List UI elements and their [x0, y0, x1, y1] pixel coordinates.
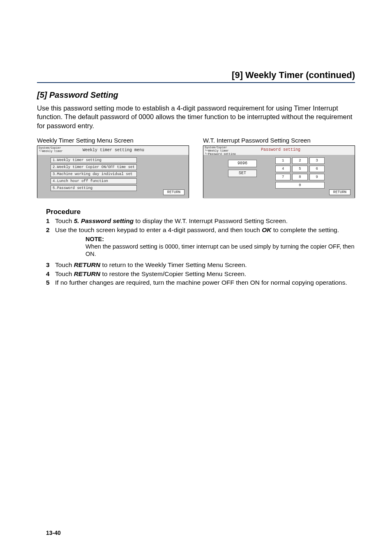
step-3-num: 3 [46, 261, 55, 269]
key-5[interactable]: 5 [292, 166, 307, 172]
step-3-bold: RETURN [74, 261, 101, 268]
right-screen-topbar: System/Copier └─Weekly timer └─Password … [203, 146, 355, 155]
step-4-bold: RETURN [74, 270, 101, 277]
right-screen-block: W.T. Interrupt Password Setting Screen S… [203, 137, 355, 198]
key-8[interactable]: 8 [292, 174, 307, 180]
step-1: 1 Touch 5. Password setting to display t… [46, 217, 355, 225]
menu-item-5[interactable]: 5.Password setting [51, 185, 137, 191]
left-screen-topbar: System/Copier └─Weekly timer Weekly time… [37, 146, 189, 155]
left-crumb-2: └─Weekly timer [39, 150, 63, 153]
left-crumb-1: System/Copier [39, 146, 61, 150]
step-1-post: to display the W.T. Interrupt Password S… [134, 217, 288, 224]
step-5-num: 5 [46, 279, 55, 286]
step-4: 4 Touch RETURN to restore the System/Cop… [46, 270, 355, 278]
left-screen-title: Weekly timer setting menu [83, 148, 144, 152]
key-3[interactable]: 3 [309, 157, 325, 164]
menu-item-4[interactable]: 4.Lunch hour off function [51, 178, 137, 184]
right-crumb-1: System/Copier [205, 146, 227, 149]
intro-paragraph: Use this password setting mode to establ… [37, 104, 355, 130]
step-3: 3 Touch RETURN to return to the Weekly T… [46, 261, 355, 269]
section-title: [5] Password Setting [37, 90, 355, 100]
page-number: 13-40 [46, 530, 61, 536]
header-title: [9] Weekly Timer (continued) [37, 70, 355, 83]
note-text: When the password setting is 0000, timer… [85, 243, 355, 258]
step-5-text: If no further changes are required, turn… [55, 279, 355, 286]
key-2[interactable]: 2 [292, 157, 307, 164]
key-1[interactable]: 1 [275, 157, 291, 164]
note-label: NOTE: [85, 235, 355, 243]
note-block: NOTE: When the password setting is 0000,… [85, 235, 355, 258]
menu-item-2[interactable]: 2.Weekly timer Copier ON/OFF time set [51, 164, 137, 170]
step-2-num: 2 [46, 226, 55, 234]
step-4-post: to restore the System/Copier Setting Men… [100, 270, 246, 277]
step-4-num: 4 [46, 270, 55, 278]
step-1-text: Touch 5. Password setting to display the… [55, 217, 355, 225]
set-button[interactable]: SET [228, 170, 257, 177]
step-2-pre: Use the touch screen keypad to enter a 4… [55, 226, 262, 233]
key-0[interactable]: 0 [275, 182, 325, 189]
right-return-button[interactable]: RETURN [329, 189, 350, 195]
left-screen: System/Copier └─Weekly timer Weekly time… [37, 145, 189, 198]
right-screen: System/Copier └─Weekly timer └─Password … [203, 145, 355, 198]
procedure-label: Procedure [46, 208, 355, 216]
key-9[interactable]: 9 [309, 174, 325, 180]
step-3-pre: Touch [55, 261, 74, 268]
left-screen-body: 1.Weekly timer setting 2.Weekly timer Co… [37, 155, 189, 198]
right-crumb-2: └─Weekly timer [205, 149, 229, 152]
left-screen-block: Weekly Timer Setting Menu Screen System/… [37, 137, 189, 198]
right-screen-title: Password setting [261, 147, 300, 152]
step-3-post: to return to the Weekly Timer Setting Me… [100, 261, 247, 268]
left-screen-caption: Weekly Timer Setting Menu Screen [37, 137, 189, 144]
key-4[interactable]: 4 [275, 166, 291, 172]
left-crumb: System/Copier └─Weekly timer [39, 146, 63, 153]
right-screen-body: 9896 SET 1 2 3 4 5 6 7 8 [203, 155, 355, 198]
procedure: Procedure 1 Touch 5. Password setting to… [37, 208, 355, 286]
screens-row: Weekly Timer Setting Menu Screen System/… [37, 137, 355, 198]
step-3-text: Touch RETURN to return to the Weekly Tim… [55, 261, 355, 269]
menu-item-3[interactable]: 3.Machine working day individual set [51, 171, 137, 177]
step-1-pre: Touch [55, 217, 74, 224]
step-2-post: to complete the setting. [271, 226, 339, 233]
left-return-button[interactable]: RETURN [163, 189, 184, 195]
step-4-text: Touch RETURN to restore the System/Copie… [55, 270, 355, 278]
step-4-pre: Touch [55, 270, 74, 277]
step-2-bold: OK [262, 226, 271, 233]
step-1-num: 1 [46, 217, 55, 225]
key-6[interactable]: 6 [309, 166, 325, 172]
step-2-text: Use the touch screen keypad to enter a 4… [55, 226, 355, 234]
right-screen-caption: W.T. Interrupt Password Setting Screen [203, 137, 355, 144]
step-1-bold: 5. Password setting [74, 217, 134, 224]
step-5: 5 If no further changes are required, tu… [46, 279, 355, 286]
step-2: 2 Use the touch screen keypad to enter a… [46, 226, 355, 234]
password-display: 9896 [228, 160, 257, 167]
menu-item-1[interactable]: 1.Weekly timer setting [51, 157, 137, 163]
right-crumb: System/Copier └─Weekly timer └─Password … [205, 146, 236, 156]
keypad: 1 2 3 4 5 6 7 8 9 0 [275, 157, 325, 189]
key-7[interactable]: 7 [275, 174, 291, 180]
